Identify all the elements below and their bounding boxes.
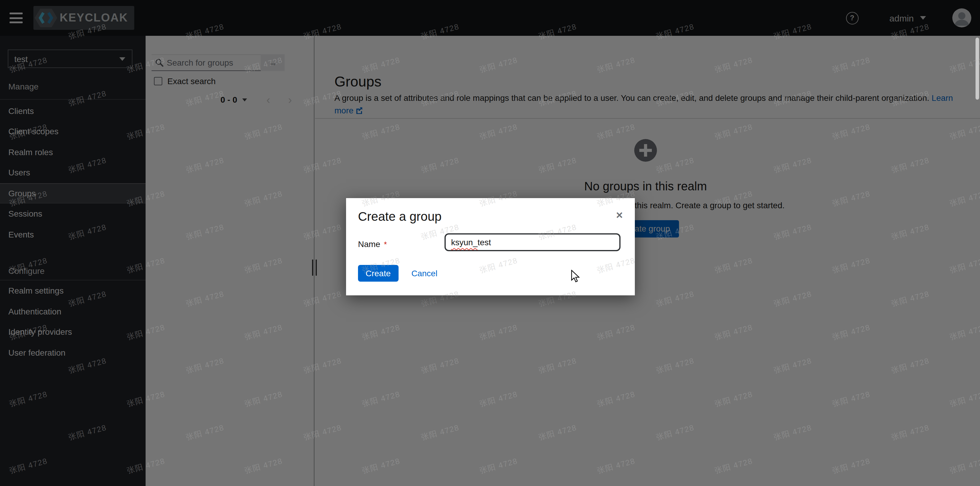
modal-cancel-link[interactable]: Cancel: [411, 265, 438, 282]
modal-title: Create a group: [358, 209, 442, 224]
scrollbar-thumb[interactable]: [975, 38, 979, 100]
name-field-label: Name*: [358, 239, 387, 249]
create-group-modal: Create a group ✕ Name* ksyun_test Create…: [346, 198, 635, 295]
required-indicator: *: [384, 240, 387, 249]
group-name-input[interactable]: ksyun_test: [444, 233, 620, 251]
group-name-value-flagged: ksyun_: [451, 237, 477, 247]
group-name-value-rest: test: [477, 237, 491, 247]
close-icon[interactable]: ✕: [614, 209, 624, 221]
keycloak-admin-console: KEYCLOAK ? admin test Manage: [0, 0, 980, 486]
modal-create-button[interactable]: Create: [358, 265, 398, 282]
